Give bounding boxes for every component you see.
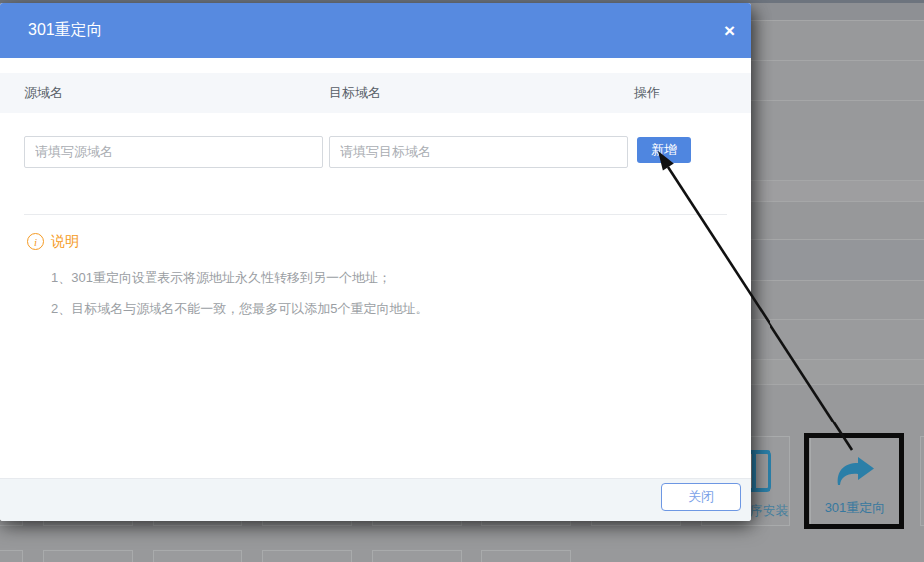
column-header-action: 操作 <box>634 73 660 113</box>
close-icon[interactable]: × <box>720 3 739 58</box>
column-header-target: 目标域名 <box>329 73 381 113</box>
annotation-highlight-box <box>804 433 904 529</box>
background-tile <box>372 550 462 562</box>
background-tile <box>153 550 242 562</box>
background-tile <box>262 550 352 562</box>
note-item: 2、目标域名与源域名不能一致，您最多可以添加5个重定向地址。 <box>51 300 428 318</box>
redirect-modal: 301重定向 × 源域名 目标域名 操作 新增 i 说明 1、301重定向设置表… <box>0 3 751 521</box>
note-title: 说明 <box>51 233 79 251</box>
background-tile <box>481 550 571 562</box>
background-tile <box>920 436 924 526</box>
target-domain-input[interactable] <box>329 136 628 168</box>
column-header-source: 源域名 <box>24 73 63 113</box>
background-tile <box>0 550 23 562</box>
add-button[interactable]: 新增 <box>637 137 691 163</box>
modal-title: 301重定向 <box>28 20 103 41</box>
modal-header: 301重定向 × <box>0 3 751 58</box>
info-icon: i <box>27 233 44 250</box>
divider <box>24 214 727 215</box>
background-tile <box>43 550 133 562</box>
note-item: 1、301重定向设置表示将源地址永久性转移到另一个地址； <box>51 269 391 287</box>
table-header-row: 源域名 目标域名 操作 <box>0 73 751 113</box>
source-domain-input[interactable] <box>24 136 323 168</box>
close-button[interactable]: 关闭 <box>661 483 741 511</box>
modal-footer <box>0 478 751 521</box>
